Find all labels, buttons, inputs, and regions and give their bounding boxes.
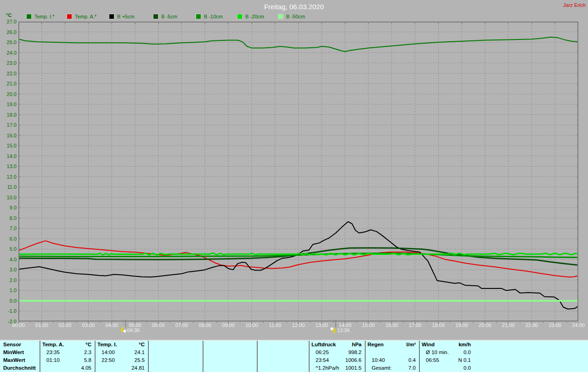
stats-col-name: Luftdruck [311,341,336,349]
legend-swatch-icon [153,14,158,19]
stats-cell-time: 01:10 [42,356,60,364]
stats-cell: 01:105.8 [40,356,95,364]
stats-row-label: MaxWert [0,356,40,364]
stats-cell-value: 4.05 [81,364,91,372]
stats-cell: 0.0 [420,364,474,372]
stats-cell [149,349,203,356]
legend-item: B -20cm [237,14,264,19]
page-title: Freitag, 06.03.2020 [0,3,588,11]
stats-cell-value: 2.3 [84,349,91,356]
y-tick-label: 18.0 [0,112,17,118]
y-tick-label: 7.0 [0,225,17,231]
x-tick-label: 15:00 [358,322,379,328]
y-tick-label: 14.0 [0,153,17,159]
stats-cell-value: 25.5 [135,356,145,364]
stats-cell-time: 22:50 [97,356,115,364]
stats-cell-time: 10:40 [368,356,385,364]
legend-swatch-icon [278,14,283,19]
stats-cell [258,349,309,356]
legend-swatch-icon [67,14,72,19]
stats-cell-value: 5.8 [84,356,91,364]
y-tick-label: 5.0 [0,246,17,252]
marker-time-label: 13:36 [337,327,350,333]
x-tick-label: 13:00 [311,322,332,328]
stats-cell-time: Gesamt: [368,364,391,372]
legend-item-label: Temp. A.* [75,14,96,19]
x-tick-label: 03:00 [78,322,99,328]
stats-col-header: Windkm/h [420,341,474,349]
stats-cell [258,364,309,372]
x-tick-label: 22:00 [521,322,542,328]
stats-cell-time [205,364,209,372]
chart-plot-area [18,22,578,327]
stats-cell: 06:25998.2 [310,349,365,356]
wind-cell-content: Windkm/hØ 10 min.0.006:55N 0.10.0 [420,341,474,372]
stats-column-regen: Regenl/m²10:400.4Gesamt:7.0 [365,341,419,372]
stats-cell-value: 7.0 [408,364,416,372]
marker-time-label: 04:36 [127,327,140,333]
stats-column [257,341,309,372]
stats-cell-time [260,349,264,356]
legend-item: B -10cm [196,14,223,19]
x-tick-label: 12:00 [288,322,309,328]
stats-cell-value: 1006.6 [345,356,362,364]
stats-cell-value: 1001.5 [345,364,362,372]
legend-item-label: B -20cm [245,14,264,19]
y-tick-label: 0.0 [0,298,17,304]
stats-column [203,341,257,372]
y-tick-label: 24.0 [0,50,17,56]
stats-cell-time: 06:25 [311,349,329,356]
stats-col-name: Temp. I. [97,341,117,349]
y-tick-label: 13.0 [0,163,17,169]
x-tick-label: 17:00 [404,322,425,328]
stats-cell: 4.05 [40,364,95,372]
legend-item: B -50cm [278,14,305,19]
legend-swatch-icon [27,14,31,19]
stats-col-unit: l/m² [407,341,416,349]
stats-cell-value: 0.4 [408,356,416,364]
stats-cell: Ø 10 min.0.0 [420,349,474,356]
y-tick-label: 25.0 [0,39,17,45]
stats-col-header [204,341,257,349]
author-watermark: Jarz Erich [563,2,586,8]
y-tick-label: 12.0 [0,174,17,180]
x-tick-label: 08:00 [194,322,215,328]
stats-cell [258,356,309,364]
x-tick-label: 07:00 [171,322,192,328]
stats-row-label: Durchschnitt [0,364,40,372]
stats-col-unit: °C [139,341,145,349]
y-tick-label: 27.0 [0,19,17,24]
stats-col-header [258,341,309,349]
x-tick-label: 20:00 [475,322,496,328]
y-tick-label: 23.0 [0,60,17,66]
stats-cell: 14:0024.1 [96,349,148,356]
legend-item-label: Temp. I.* [34,14,54,19]
x-tick-label: 16:00 [381,322,402,328]
y-tick-label: 8.0 [0,215,17,221]
y-tick-label: 9.0 [0,205,17,210]
x-tick-label: 24:00 [568,322,588,328]
stats-cell: 23:352.3 [40,349,95,356]
y-tick-label: 6.0 [0,236,17,242]
y-tick-label: 21.0 [0,81,17,86]
stats-cell [204,364,257,372]
stats-cell: 06:55N 0.1 [420,356,474,364]
stats-cell: 24.81 [96,364,148,372]
y-tick-label: 2.0 [0,277,17,283]
x-tick-label: 11:00 [265,322,286,328]
legend-item: Temp. A.* [67,14,96,19]
weather-app-window: Freitag, 06.03.2020 Jarz Erich °C Temp. … [0,0,588,372]
stats-cell: 10:400.4 [366,356,419,364]
stats-cell-time [42,364,46,372]
x-tick-label: 10:00 [241,322,262,328]
stats-cell-value: 0.0 [464,364,471,372]
x-tick-label: 04:00 [101,322,122,328]
x-tick-label: 00:00 [8,322,29,328]
y-tick-label: 16.0 [0,133,17,138]
legend-item-label: B -50cm [286,14,305,19]
stats-cell-value: 0.0 [464,349,471,356]
stats-cell-value: 24.1 [135,349,145,356]
stats-column-luftdruck: LuftdruckhPa06:25998.223:541006.6^1.2hPa… [309,341,365,372]
stats-col-header: LuftdruckhPa [310,341,365,349]
stats-cell: Gesamt:7.0 [366,364,419,372]
